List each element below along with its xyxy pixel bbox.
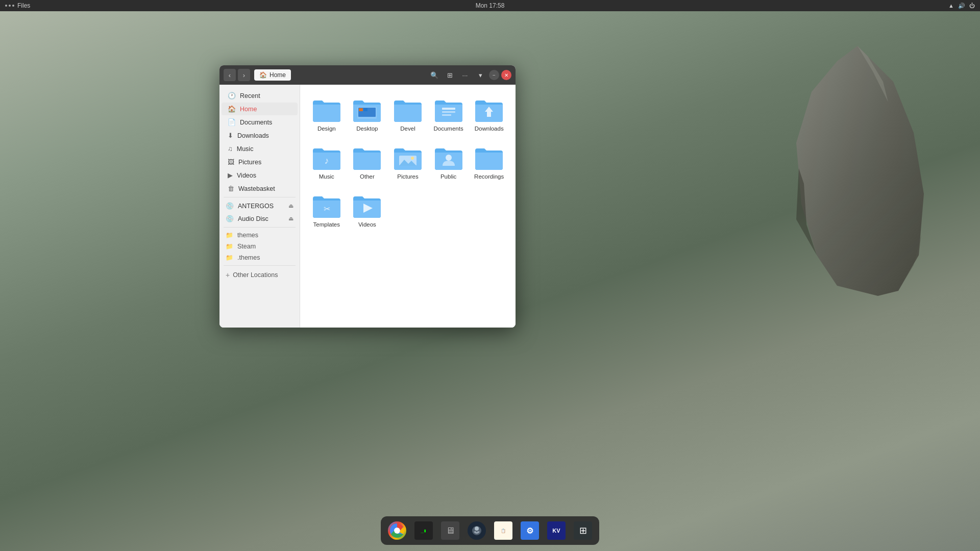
more-options-button[interactable]: ··· — [458, 68, 472, 82]
home-tab-icon: 🏠 — [259, 71, 267, 79]
hello-icon: 📋 — [494, 521, 512, 540]
sidebar-label-pictures: Pictures — [238, 159, 261, 166]
kv-icon: KV — [547, 521, 566, 540]
window-header: ‹ › 🏠 Home 🔍 ⊞ ··· ▾ − ✕ — [219, 65, 516, 85]
templates-folder-label: Templates — [313, 221, 340, 229]
sidebar-divider-3 — [224, 265, 296, 266]
taskbar-item-terminal[interactable]: _▮ — [411, 518, 436, 543]
documents-folder-label: Documents — [434, 126, 463, 133]
public-folder-icon-wrap — [433, 145, 464, 171]
antergos-eject-icon[interactable]: ⏏ — [288, 203, 293, 209]
wastebasket-icon: 🗑 — [228, 185, 234, 192]
sidebar-bookmark-dot-themes[interactable]: 📁 .themes — [219, 252, 300, 263]
sidebar-bookmark-themes[interactable]: 📁 themes — [219, 230, 300, 241]
folder-item-other[interactable]: Other — [349, 141, 386, 185]
taskbar: _▮ 🖥 📋 ⚙ KV ⊞ — [381, 516, 599, 545]
sidebar-label-home: Home — [240, 106, 257, 113]
svg-text:✂: ✂ — [323, 205, 330, 213]
grid-view-button[interactable]: ⊞ — [443, 68, 456, 82]
antergos-icon: 💿 — [226, 202, 234, 210]
folder-item-videos[interactable]: Videos — [349, 189, 386, 233]
sidebar-item-pictures[interactable]: 🖼 Pictures — [222, 156, 298, 168]
sidebar-bookmark-steam[interactable]: 📁 Steam — [219, 241, 300, 252]
folder-item-templates[interactable]: ✂ Templates — [308, 189, 345, 233]
videos-icon: ▶ — [228, 171, 233, 179]
window-body: 🕐 Recent 🏠 Home 📄 Documents ⬇ Downloads … — [219, 85, 516, 328]
sidebar-item-home[interactable]: 🏠 Home — [222, 103, 298, 115]
close-button[interactable]: ✕ — [501, 70, 511, 80]
sidebar-label-antergos: ANTERGOS — [238, 203, 274, 210]
folder-item-pictures[interactable]: Pictures — [389, 141, 426, 185]
topbar-system-icons: ▲ 🔊 ⏻ — [948, 3, 975, 9]
sidebar-item-downloads[interactable]: ⬇ Downloads — [222, 129, 298, 142]
svg-text:♪: ♪ — [324, 156, 329, 166]
other-folder-label: Other — [360, 173, 375, 181]
audio-disc-icon: 💿 — [226, 215, 234, 222]
sidebar-item-audio-disc[interactable]: 💿 Audio Disc ⏏ — [219, 212, 300, 225]
terminal-icon: _▮ — [414, 521, 433, 540]
sort-button[interactable]: ▾ — [474, 68, 487, 82]
folder-item-design[interactable]: Design — [308, 93, 345, 137]
folder-item-music[interactable]: ♪ Music — [308, 141, 345, 185]
svg-marker-0 — [796, 46, 924, 296]
taskbar-item-chrome[interactable] — [385, 518, 409, 543]
rock-decoration — [786, 41, 929, 296]
taskbar-item-grid[interactable]: ⊞ — [571, 518, 595, 543]
sidebar-item-antergos[interactable]: 💿 ANTERGOS ⏏ — [219, 199, 300, 212]
home-tab-label: Home — [270, 71, 286, 79]
sidebar-label-wastebasket: Wastebasket — [238, 185, 275, 192]
steam-folder-icon: 📁 — [226, 243, 233, 250]
taskbar-item-kv[interactable]: KV — [544, 518, 569, 543]
sidebar-item-wastebasket[interactable]: 🗑 Wastebasket — [222, 182, 298, 195]
sidebar-item-recent[interactable]: 🕐 Recent — [222, 89, 298, 102]
pictures-folder-label: Pictures — [397, 173, 419, 181]
steam-icon — [468, 521, 486, 540]
main-content: Design Desktop — [300, 85, 516, 328]
sidebar-divider-2 — [224, 227, 296, 228]
chrome-icon — [388, 521, 406, 540]
sidebar-item-videos[interactable]: ▶ Videos — [222, 169, 298, 182]
sidebar-label-other-locations: Other Locations — [233, 271, 278, 279]
audio-disc-eject-icon[interactable]: ⏏ — [288, 215, 293, 222]
desktop-folder-label: Desktop — [356, 126, 378, 133]
svg-rect-7 — [363, 108, 368, 111]
home-tab[interactable]: 🏠 Home — [254, 69, 291, 81]
taskbar-item-settings[interactable]: ⚙ — [518, 518, 542, 543]
taskbar-item-monitor[interactable]: 🖥 — [438, 518, 462, 543]
grid-app-icon: ⊞ — [574, 521, 592, 540]
sidebar-label-documents: Documents — [240, 119, 272, 126]
svg-point-24 — [475, 527, 479, 531]
sidebar-item-music[interactable]: ♫ Music — [222, 142, 298, 155]
sidebar-label-audio-disc: Audio Disc — [238, 215, 268, 222]
minimize-button[interactable]: − — [489, 70, 499, 80]
nav-forward-button[interactable]: › — [238, 69, 250, 81]
sidebar-item-documents[interactable]: 📄 Documents — [222, 116, 298, 129]
svg-point-16 — [446, 155, 452, 161]
documents-icon: 📄 — [228, 118, 236, 126]
topbar-app-title: Files — [17, 2, 30, 9]
topbar-clock: Mon 17:58 — [476, 2, 505, 9]
sidebar-divider-1 — [224, 197, 296, 197]
folder-item-desktop[interactable]: Desktop — [349, 93, 386, 137]
taskbar-item-hello[interactable]: 📋 — [491, 518, 516, 543]
topbar-menu-dots[interactable] — [5, 5, 14, 7]
sidebar-other-locations[interactable]: + Other Locations — [219, 268, 300, 282]
search-button[interactable]: 🔍 — [428, 68, 441, 82]
settings-icon: ⚙ — [521, 521, 539, 540]
folder-item-devel[interactable]: Devel — [389, 93, 426, 137]
music-icon: ♫ — [228, 145, 233, 153]
folder-item-recordings[interactable]: Recordings — [471, 141, 507, 185]
folder-item-public[interactable]: Public — [430, 141, 467, 185]
sidebar-label-music: Music — [237, 145, 254, 153]
downloads-icon: ⬇ — [228, 132, 233, 139]
folder-item-documents[interactable]: Documents — [430, 93, 467, 137]
folder-grid: Design Desktop — [308, 93, 507, 232]
sound-icon: 🔊 — [958, 3, 965, 9]
svg-rect-8 — [442, 108, 455, 110]
power-icon: ⏻ — [969, 3, 975, 9]
devel-folder-icon-wrap — [393, 97, 423, 123]
folder-item-downloads[interactable]: Downloads — [471, 93, 507, 137]
taskbar-item-steam[interactable] — [464, 518, 489, 543]
svg-rect-10 — [442, 114, 451, 116]
nav-back-button[interactable]: ‹ — [224, 69, 236, 81]
